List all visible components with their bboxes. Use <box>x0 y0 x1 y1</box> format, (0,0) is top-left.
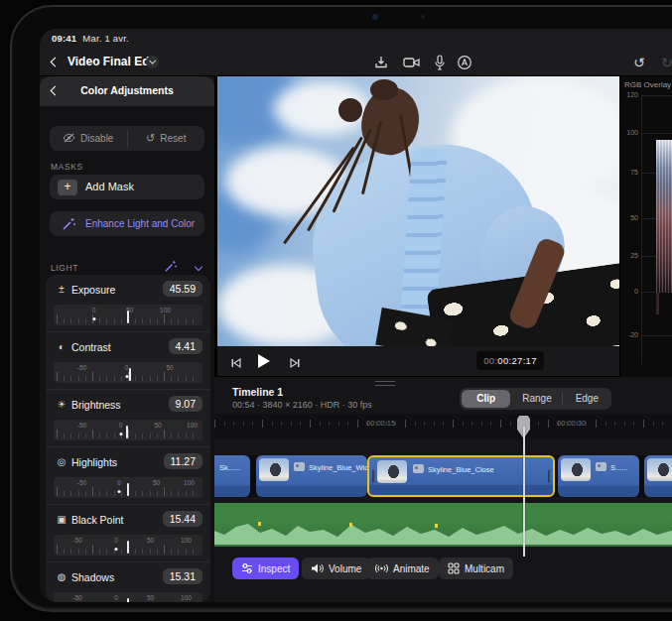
video-preview[interactable] <box>217 76 619 346</box>
clip-thumbnail <box>647 458 672 481</box>
audio-track[interactable] <box>214 503 672 547</box>
value-marker[interactable] <box>127 541 129 554</box>
ruler-time-label: 00:00:30 <box>557 419 586 428</box>
disable-reset-control: Disable ↺ Reset <box>50 126 204 151</box>
mode-range[interactable]: Range <box>512 390 561 408</box>
camera-icon[interactable] <box>403 55 421 70</box>
slider-ruler[interactable]: -50 0 50 100 <box>54 535 202 556</box>
timeline-clip-selected[interactable]: Skyline_Blue_Close <box>367 455 555 497</box>
slider-value[interactable]: 9.07 <box>169 396 202 412</box>
import-icon[interactable] <box>373 55 391 70</box>
ipad-device-frame: 09:41Mar. 1 avr. Video Final Edit ↺ <box>10 5 672 612</box>
slider-label: Highlights <box>71 456 117 468</box>
previous-frame-button[interactable] <box>230 355 242 373</box>
play-button[interactable] <box>256 353 271 373</box>
value-marker[interactable] <box>127 483 129 496</box>
media-icon <box>294 462 305 471</box>
project-dropdown-button[interactable] <box>146 56 159 68</box>
playhead-line[interactable] <box>523 427 525 557</box>
back-chevron-icon[interactable] <box>51 58 61 67</box>
timecode-display[interactable]: 00:00:27:17 <box>476 351 544 370</box>
slider-ruler[interactable]: -50 0 50 100 <box>54 592 202 602</box>
zero-dot <box>125 375 128 378</box>
ruler-tick-label: -50 <box>77 479 86 486</box>
drag-handle[interactable] <box>375 381 395 386</box>
slider-value[interactable]: 15.44 <box>163 511 202 527</box>
scope-title: RGB Overlay <box>624 80 671 89</box>
transport-bar: 00:00:27:17 <box>217 346 619 377</box>
ruler-tick-label: 0 <box>117 479 121 486</box>
light-section-header[interactable]: LIGHT <box>51 261 203 275</box>
ruler-tick-label: 0 <box>114 537 118 544</box>
ruler-ticks <box>57 372 200 381</box>
slider-value[interactable]: 11.27 <box>164 453 203 469</box>
undo-icon[interactable]: ↺ <box>633 55 645 70</box>
slider-label: Shadows <box>71 571 114 583</box>
page: 09:41Mar. 1 avr. Video Final Edit ↺ <box>0 0 672 621</box>
tool-label: Inspect <box>258 563 290 574</box>
brightness-icon: ☀ <box>56 399 67 410</box>
brightness-slider[interactable]: ☀ Brightness 9.07 -50 0 50 100 <box>46 390 210 447</box>
slider-ruler[interactable]: -50 0 50 <box>54 362 202 383</box>
ruler-ticks <box>214 420 672 428</box>
add-mask-label: Add Mask <box>85 181 134 192</box>
inspect-button[interactable]: Inspect <box>232 558 299 579</box>
project-title[interactable]: Video Final Edit <box>67 55 157 68</box>
redo-icon[interactable]: ↻ <box>661 55 672 70</box>
scope-tick-label: 120 <box>620 91 638 98</box>
screen: 09:41Mar. 1 avr. Video Final Edit ↺ <box>40 29 672 602</box>
slider-value[interactable]: 4.41 <box>169 338 202 354</box>
highlights-slider[interactable]: ◎ Highlights 11.27 -50 0 50 100 <box>46 447 210 505</box>
animate-button[interactable]: Animate <box>366 558 439 579</box>
slider-ruler[interactable]: -50 0 50 100 <box>54 477 202 498</box>
draw-icon[interactable] <box>457 55 474 70</box>
ruler-tick-label: 0 <box>92 307 96 313</box>
scope-tick-label: 100 <box>620 129 638 136</box>
volume-button[interactable]: Volume <box>302 558 370 579</box>
front-camera <box>372 14 378 20</box>
timeline-ruler[interactable]: 00:00:15 00:00:30 <box>214 414 672 439</box>
value-marker[interactable] <box>126 426 128 438</box>
black-point-slider[interactable]: ▣ Black Point 15.44 -50 0 50 100 <box>46 505 210 562</box>
scope-tick-label: 50 <box>620 214 638 221</box>
timeline-title: Timeline 1 <box>232 386 283 398</box>
shadows-slider[interactable]: ◍ Shadows 15.31 -50 0 50 100 <box>46 562 210 602</box>
disable-button[interactable]: Disable <box>50 126 127 151</box>
exposure-icon: ± <box>56 284 67 295</box>
value-marker[interactable] <box>127 598 129 602</box>
ruler-tick-label: 50 <box>153 479 160 486</box>
scope-axis <box>641 94 642 364</box>
value-marker[interactable] <box>127 310 129 323</box>
contrast-icon: ◐ <box>56 341 67 352</box>
slider-ruler[interactable]: -50 0 50 100 <box>54 420 202 440</box>
microphone-icon[interactable] <box>433 55 451 70</box>
timeline-clip[interactable]: Skyline_Blue_Wide <box>256 455 367 497</box>
enhance-light-color-button[interactable]: Enhance Light and Color <box>50 211 204 236</box>
slider-value[interactable]: 45.59 <box>163 281 202 297</box>
timeline-clip[interactable]: Sk...... <box>214 455 250 497</box>
slider-label: Black Point <box>71 514 124 526</box>
mode-edge[interactable]: Edge <box>563 390 611 408</box>
slider-value[interactable]: 15.31 <box>163 568 202 584</box>
multicam-button[interactable]: Multicam <box>439 558 513 579</box>
media-icon <box>413 464 424 473</box>
tool-label: Multicam <box>465 563 504 574</box>
slider-ruler[interactable]: 0 50 100 <box>54 305 202 325</box>
clip-thumbnail <box>377 460 407 483</box>
light-sliders-card: ± Exposure 45.59 0 50 100 ◐ <box>46 275 210 602</box>
contrast-slider[interactable]: ◐ Contrast 4.41 -50 0 50 <box>46 332 210 390</box>
exposure-slider[interactable]: ± Exposure 45.59 0 50 100 <box>46 275 210 332</box>
add-mask-button[interactable]: + Add Mask <box>50 175 204 199</box>
timeline-clip[interactable]: S...... <box>558 455 639 497</box>
mode-clip[interactable]: Clip <box>462 390 510 408</box>
next-frame-button[interactable] <box>289 355 301 373</box>
top-bar: 09:41Mar. 1 avr. Video Final Edit ↺ <box>40 29 672 76</box>
ruler-tick-label: 0 <box>125 364 129 371</box>
ruler-tick-label: 100 <box>181 594 192 601</box>
collapse-chevron-icon[interactable] <box>195 263 202 271</box>
ruler-tick-label: 50 <box>166 364 173 371</box>
reset-button[interactable]: ↺ Reset <box>128 126 205 151</box>
timeline-clip[interactable] <box>644 455 672 497</box>
shadows-icon: ◍ <box>56 571 67 582</box>
value-marker[interactable] <box>129 368 131 381</box>
